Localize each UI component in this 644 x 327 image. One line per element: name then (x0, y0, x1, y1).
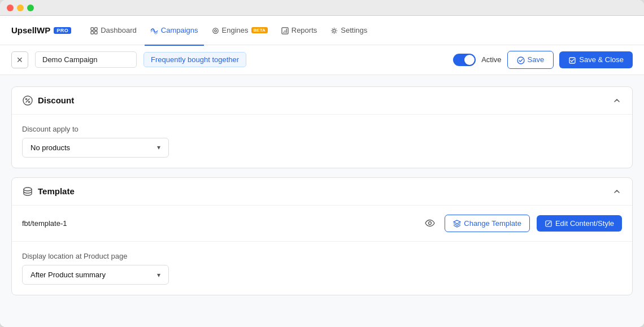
display-location-body: Display location at Product page After P… (12, 242, 632, 295)
save-button[interactable]: Save (507, 51, 554, 69)
svg-point-14 (25, 98, 27, 99)
svg-point-4 (212, 28, 217, 33)
save-close-label: Save & Close (579, 55, 624, 64)
nav-label-engines: Engines (222, 26, 249, 34)
beta-badge: BETA (251, 27, 268, 33)
discount-section-header: Discount (12, 87, 632, 115)
change-template-button[interactable]: Change Template (445, 215, 530, 233)
template-collapse-button[interactable] (612, 186, 622, 197)
svg-rect-0 (91, 28, 94, 30)
brand: UpsellWP PRO (11, 25, 71, 35)
nav-label-settings: Settings (341, 26, 367, 34)
template-section: Template fbt/template-1 (11, 177, 633, 296)
settings-icon (330, 26, 338, 34)
no-products-dropdown[interactable]: No products ▾ (22, 138, 169, 158)
campaign-name-input[interactable] (35, 51, 137, 68)
discount-title-text: Discount (38, 95, 74, 105)
template-section-header: Template (12, 178, 632, 206)
template-icon (22, 186, 33, 197)
svg-rect-2 (91, 31, 94, 34)
save-close-icon (568, 55, 576, 64)
header-right: Active Save (453, 51, 633, 69)
display-location-label: Display location at Product page (22, 252, 622, 260)
preview-icon[interactable] (422, 215, 438, 231)
template-row: fbt/template-1 (12, 206, 632, 242)
nav-item-engines[interactable]: Engines BETA (206, 23, 273, 38)
nav-item-settings[interactable]: Settings (325, 23, 373, 38)
nav-items: Dashboard Campaigns (85, 23, 633, 38)
reports-icon (281, 26, 289, 34)
engine-icon (212, 26, 219, 34)
after-product-summary-dropdown[interactable]: After Product summary ▾ (22, 265, 169, 285)
brand-name: UpsellWP (11, 25, 50, 35)
template-section-title: Template (22, 186, 75, 197)
template-name-text: fbt/template-1 (22, 219, 415, 228)
traffic-light-red[interactable] (7, 5, 14, 11)
svg-point-16 (24, 188, 32, 191)
change-template-label: Change Template (464, 219, 521, 228)
discount-icon (22, 95, 33, 106)
edit-content-button[interactable]: Edit Content/Style (537, 215, 622, 232)
discount-section-title: Discount (22, 95, 74, 106)
save-label: Save (528, 55, 545, 64)
app-content: UpsellWP PRO Dashboard (0, 16, 644, 327)
discount-collapse-button[interactable] (612, 95, 622, 106)
editor-main: Discount Discount apply to No products ▾ (0, 75, 644, 327)
nav-label-reports: Reports (291, 26, 317, 34)
titlebar (0, 0, 644, 16)
campaign-type-tag: Frequently bought together (143, 52, 246, 67)
close-button[interactable]: ✕ (11, 51, 28, 68)
discount-section-body: Discount apply to No products ▾ (12, 115, 632, 168)
nav-label-campaigns: Campaigns (161, 26, 198, 34)
brand-badge: PRO (54, 27, 71, 34)
campaign-header: ✕ Frequently bought together Active Save (0, 45, 644, 75)
close-icon: ✕ (16, 55, 23, 64)
active-toggle[interactable] (453, 54, 476, 66)
svg-point-17 (429, 222, 432, 225)
active-label: Active (481, 55, 501, 64)
after-product-summary-value: After Product summary (31, 271, 106, 279)
nav-item-campaigns[interactable]: Campaigns (145, 23, 204, 38)
traffic-light-green[interactable] (27, 5, 34, 11)
discount-section: Discount Discount apply to No products ▾ (11, 86, 633, 168)
svg-point-5 (214, 30, 216, 32)
nav-item-reports[interactable]: Reports (276, 23, 323, 38)
check-icon (517, 55, 525, 64)
campaigns-icon (150, 26, 158, 35)
grid-icon (90, 26, 98, 34)
app-window: UpsellWP PRO Dashboard (0, 0, 644, 327)
edit-content-label: Edit Content/Style (555, 219, 614, 228)
template-title-text: Template (38, 186, 75, 196)
dropdown-arrow-icon: ▾ (157, 143, 160, 151)
nav-item-dashboard[interactable]: Dashboard (85, 23, 142, 38)
topnav: UpsellWP PRO Dashboard (0, 16, 644, 45)
traffic-light-yellow[interactable] (17, 5, 24, 11)
nav-label-dashboard: Dashboard (101, 26, 137, 34)
svg-rect-1 (95, 28, 98, 30)
svg-point-11 (517, 57, 524, 64)
edit-icon (545, 219, 552, 228)
layers-icon (453, 219, 461, 228)
svg-rect-3 (95, 31, 98, 34)
discount-apply-label: Discount apply to (22, 125, 622, 133)
svg-point-10 (333, 29, 336, 32)
svg-point-15 (28, 101, 29, 102)
no-products-value: No products (31, 143, 70, 152)
display-dropdown-arrow-icon: ▾ (157, 271, 160, 279)
save-close-button[interactable]: Save & Close (559, 51, 633, 68)
